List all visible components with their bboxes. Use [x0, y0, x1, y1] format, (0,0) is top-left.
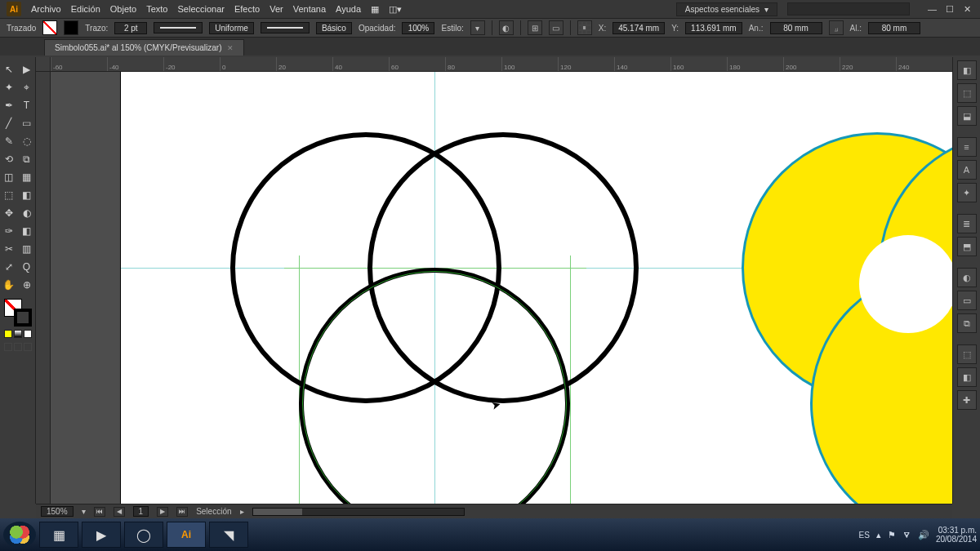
tool-scale[interactable]: ⧉	[19, 151, 35, 167]
status-dropdown-icon[interactable]: ▸	[240, 507, 244, 516]
tool-symbol-sprayer[interactable]: ✂	[1, 241, 17, 257]
menu-objeto[interactable]: Objeto	[110, 4, 136, 14]
menu-layout-icon[interactable]: ▦	[371, 4, 379, 15]
color-mode-none-icon[interactable]	[24, 330, 32, 338]
tool-pencil[interactable]: ◌	[19, 133, 35, 149]
zoom-dropdown-icon[interactable]: ▾	[82, 507, 86, 516]
tool-slice[interactable]: Q	[19, 259, 35, 275]
ruler-origin[interactable]	[36, 57, 51, 72]
panel-align-icon[interactable]: ◧	[957, 367, 977, 387]
menu-ventana[interactable]: Ventana	[293, 4, 326, 14]
ruler-horizontal[interactable]: -60 -40 -20 0 20 40 60 80 100 120 140 16…	[51, 57, 952, 72]
menu-edicion[interactable]: Edición	[71, 4, 100, 14]
tray-lang[interactable]: ES	[859, 531, 870, 540]
menu-ayuda[interactable]: Ayuda	[336, 4, 361, 14]
brush-dropdown[interactable]	[261, 22, 310, 33]
zoom-field[interactable]: 150%	[41, 506, 74, 517]
fill-stroke-control[interactable]	[4, 299, 32, 327]
h-scrollbar[interactable]	[252, 508, 465, 516]
document-view[interactable]: ➤	[51, 72, 952, 504]
task-chrome[interactable]: ◯	[124, 522, 163, 548]
tool-zoom[interactable]: ⊕	[19, 277, 35, 293]
recolor-icon[interactable]: ◐	[499, 20, 514, 35]
tool-rectangle[interactable]: ▭	[19, 115, 35, 131]
minimize-icon[interactable]: —	[928, 4, 938, 14]
artboard[interactable]: ➤	[121, 72, 952, 504]
tool-shape-builder[interactable]: ⬚	[1, 187, 17, 203]
draw-normal-icon[interactable]	[4, 343, 12, 351]
tool-graph[interactable]: ▥	[19, 241, 35, 257]
h-field[interactable]: 80 mm	[868, 22, 920, 34]
link-wh-icon[interactable]: ⟓	[829, 20, 844, 35]
panel-color-icon[interactable]: ◧	[957, 60, 977, 80]
panel-appearance-icon[interactable]: ⧉	[957, 313, 977, 333]
task-explorer[interactable]: ▦	[39, 522, 78, 548]
document-tab[interactable]: Simbolo055.ai* al 150% (CMYK/Previsualiz…	[44, 39, 244, 56]
task-other[interactable]: ◥	[209, 522, 248, 548]
panel-character-icon[interactable]: A	[957, 160, 977, 180]
tray-flag-icon[interactable]: ⚑	[888, 530, 896, 540]
opacity-field[interactable]: 100%	[402, 22, 434, 34]
draw-behind-icon[interactable]	[14, 343, 22, 351]
ruler-vertical[interactable]	[36, 72, 51, 504]
y-field[interactable]: 113.691 mm	[685, 22, 742, 34]
tab-close-icon[interactable]: ✕	[227, 44, 234, 52]
tool-selection[interactable]: ↖	[1, 61, 17, 78]
tool-blend[interactable]: ◧	[19, 223, 35, 239]
tool-eyedropper[interactable]: ✑	[1, 223, 17, 239]
close-icon[interactable]: ✕	[964, 4, 973, 14]
color-mode-color-icon[interactable]	[4, 330, 12, 338]
tray-chevron-icon[interactable]: ▴	[876, 530, 881, 540]
maximize-icon[interactable]: ☐	[946, 4, 956, 14]
task-illustrator[interactable]: Ai	[167, 522, 206, 548]
tool-lasso[interactable]: ⌖	[19, 79, 35, 96]
panel-graphicstyles-icon[interactable]: ⬚	[957, 344, 977, 364]
stroke-color-icon[interactable]	[14, 309, 32, 327]
prev-artboard-icon[interactable]: ◀	[114, 507, 125, 517]
menu-archivo[interactable]: Archivo	[31, 4, 61, 14]
tool-direct-select[interactable]: ▶	[19, 61, 35, 78]
tool-perspective[interactable]: ◧	[19, 187, 35, 203]
panel-gradient-icon[interactable]: ◐	[957, 268, 977, 287]
tool-width[interactable]: ◫	[1, 169, 17, 185]
fill-swatch[interactable]	[42, 20, 57, 35]
tool-artboard[interactable]: ⤢	[1, 259, 17, 275]
stroke-swatch[interactable]	[64, 20, 78, 35]
shape-mode-icon[interactable]: ▭	[549, 20, 564, 35]
menu-arrange-icon[interactable]: ◫▾	[389, 4, 402, 15]
menu-texto[interactable]: Texto	[146, 4, 167, 14]
panel-swatches-icon[interactable]: ⬚	[957, 83, 977, 103]
tool-hand[interactable]: ✋	[1, 277, 17, 293]
tray-clock[interactable]: 03:31 p.m. 20/08/2014	[936, 526, 977, 544]
panel-layers-icon[interactable]: ≣	[957, 214, 977, 233]
artboard-number[interactable]: 1	[133, 506, 149, 517]
stroke-profile-dropdown[interactable]	[154, 22, 203, 33]
panel-pathfinder-icon[interactable]: ✚	[957, 390, 977, 410]
tool-magic-wand[interactable]: ✦	[1, 79, 17, 96]
panel-artboards-icon[interactable]: ⬒	[957, 237, 977, 256]
start-button[interactable]	[3, 522, 36, 548]
panel-transparency-icon[interactable]: ▭	[957, 291, 977, 310]
panel-brushes-icon[interactable]: ⬓	[957, 106, 977, 126]
x-field[interactable]: 45.174 mm	[612, 22, 665, 34]
first-artboard-icon[interactable]: ⏮	[94, 507, 105, 517]
tool-mesh[interactable]: ✥	[1, 205, 17, 221]
w-field[interactable]: 80 mm	[770, 22, 822, 34]
reference-point[interactable]	[577, 20, 592, 35]
workspace-switcher[interactable]: Aspectos esenciales ▾	[676, 2, 777, 16]
task-media[interactable]: ▶	[82, 522, 121, 548]
tool-gradient[interactable]: ◐	[19, 205, 35, 221]
tool-type[interactable]: T	[19, 97, 35, 113]
next-artboard-icon[interactable]: ▶	[157, 507, 168, 517]
stroke-weight-field[interactable]: 2 pt	[114, 22, 147, 34]
menu-seleccionar[interactable]: Seleccionar	[177, 4, 224, 14]
panel-stroke-icon[interactable]: ≡	[957, 137, 977, 157]
color-mode-gradient-icon[interactable]	[14, 330, 22, 338]
tray-network-icon[interactable]: ⛛	[902, 530, 911, 540]
align-icon[interactable]: ⊞	[528, 20, 542, 35]
draw-inside-icon[interactable]	[24, 343, 32, 351]
tool-pen[interactable]: ✒	[1, 97, 17, 113]
h-scroll-thumb[interactable]	[253, 509, 302, 515]
help-search-input[interactable]	[787, 2, 910, 16]
tool-paintbrush[interactable]: ✎	[1, 133, 17, 149]
